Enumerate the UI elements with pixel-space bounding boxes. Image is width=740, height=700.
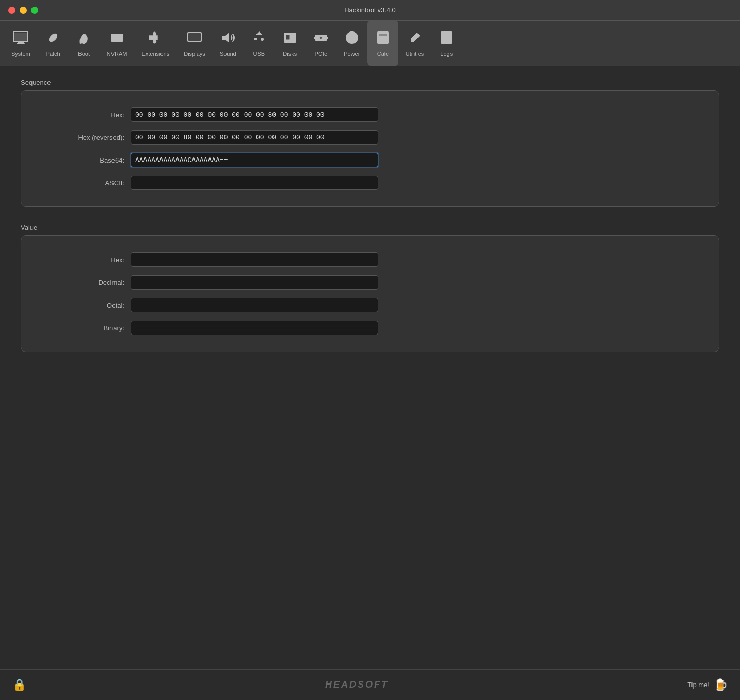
sound-icon <box>220 29 236 49</box>
toolbar-item-disks[interactable]: Disks <box>275 21 305 66</box>
toolbar-item-extensions[interactable]: Extensions <box>134 21 176 66</box>
svg-point-4 <box>47 32 59 44</box>
nvram-label: NVRAM <box>107 51 127 57</box>
pcie-icon <box>313 29 329 49</box>
svg-point-19 <box>261 38 264 41</box>
toolbar-item-displays[interactable]: Displays <box>176 21 213 66</box>
logs-icon <box>438 29 455 49</box>
nvram-icon <box>109 29 125 49</box>
val-hex-label: Hex: <box>42 256 124 264</box>
usb-icon <box>251 29 267 49</box>
window-title: Hackintool v3.4.0 <box>344 6 396 14</box>
val-decimal-row: Decimal: <box>42 275 698 290</box>
window-controls[interactable] <box>8 7 38 14</box>
hex-reversed-row: Hex (reversed): <box>42 130 698 145</box>
svg-point-33 <box>385 39 387 40</box>
svg-point-32 <box>382 39 383 40</box>
beer-icon: 🍺 <box>714 678 728 692</box>
svg-point-27 <box>319 36 323 39</box>
power-icon <box>344 29 360 49</box>
footer: 🔒 HEADSOFT Tip me! 🍺 <box>0 669 740 700</box>
svg-point-43 <box>442 42 444 44</box>
ascii-input[interactable] <box>131 176 378 190</box>
pcie-label: PCIe <box>315 51 327 57</box>
brand-logo: HEADSOFT <box>325 679 389 690</box>
svg-point-41 <box>442 38 444 40</box>
base64-label: Base64: <box>42 156 124 164</box>
svg-rect-18 <box>254 38 257 40</box>
maximize-button[interactable] <box>31 7 38 14</box>
toolbar-item-calc[interactable]: Calc <box>367 21 398 66</box>
ascii-row: ASCII: <box>42 176 698 190</box>
calc-icon <box>375 29 391 49</box>
value-section-label: Value <box>21 224 719 231</box>
val-binary-label: Binary: <box>42 324 124 332</box>
extensions-label: Extensions <box>141 51 169 57</box>
hex-input[interactable] <box>131 107 378 122</box>
svg-rect-2 <box>18 42 24 43</box>
close-button[interactable] <box>8 7 15 14</box>
toolbar-item-system[interactable]: System <box>4 21 38 66</box>
svg-rect-1 <box>14 33 27 41</box>
disks-label: Disks <box>283 51 297 57</box>
lock-icon: 🔒 <box>12 678 26 692</box>
base64-input[interactable] <box>131 153 378 167</box>
val-hex-input[interactable] <box>131 252 378 267</box>
val-octal-input[interactable] <box>131 298 378 312</box>
sequence-box: Hex: Hex (reversed): Base64: ASCII: <box>21 90 719 207</box>
svg-rect-10 <box>119 36 121 40</box>
val-decimal-input[interactable] <box>131 275 378 290</box>
val-decimal-label: Decimal: <box>42 279 124 287</box>
svg-rect-9 <box>116 36 118 40</box>
svg-rect-25 <box>314 37 316 39</box>
titlebar: Hackintool v3.4.0 <box>0 0 740 21</box>
val-octal-row: Octal: <box>42 298 698 312</box>
svg-rect-21 <box>286 35 290 40</box>
base64-row: Base64: <box>42 153 698 167</box>
patch-icon <box>45 29 61 49</box>
svg-point-34 <box>379 41 380 43</box>
calc-label: Calc <box>377 51 389 57</box>
val-hex-row: Hex: <box>42 252 698 267</box>
toolbar-item-sound[interactable]: Sound <box>213 21 244 66</box>
minimize-button[interactable] <box>20 7 27 14</box>
sound-label: Sound <box>220 51 236 57</box>
toolbar-item-pcie[interactable]: PCIe <box>305 21 336 66</box>
svg-point-35 <box>382 41 383 43</box>
hex-reversed-label: Hex (reversed): <box>42 134 124 141</box>
disks-icon <box>282 29 298 49</box>
displays-label: Displays <box>184 51 205 57</box>
svg-marker-15 <box>222 33 229 43</box>
hex-reversed-input[interactable] <box>131 130 378 145</box>
svg-rect-26 <box>326 37 328 39</box>
tip-label: Tip me! <box>687 681 710 689</box>
hex-label: Hex: <box>42 111 124 119</box>
displays-icon <box>186 29 203 49</box>
val-octal-label: Octal: <box>42 301 124 309</box>
hex-row: Hex: <box>42 107 698 122</box>
val-binary-row: Binary: <box>42 321 698 335</box>
toolbar-item-utilities[interactable]: Utilities <box>398 21 431 66</box>
boot-icon <box>76 29 92 49</box>
ascii-label: ASCII: <box>42 179 124 187</box>
toolbar-item-boot[interactable]: Boot <box>69 21 100 66</box>
svg-point-31 <box>379 39 380 40</box>
toolbar-item-nvram[interactable]: NVRAM <box>100 21 135 66</box>
utilities-icon <box>407 29 423 49</box>
toolbar-item-usb[interactable]: USB <box>244 21 275 66</box>
logs-label: Logs <box>440 51 453 57</box>
svg-rect-12 <box>188 33 201 41</box>
utilities-label: Utilities <box>406 51 424 57</box>
toolbar-item-logs[interactable]: Logs <box>431 21 462 66</box>
system-icon <box>12 29 29 49</box>
value-section: Value Hex: Decimal: Octal: Binary: <box>21 224 719 352</box>
toolbar-item-power[interactable]: Power <box>336 21 367 66</box>
toolbar: System Patch Boot <box>0 21 740 66</box>
toolbar-item-patch[interactable]: Patch <box>38 21 69 66</box>
tip-section[interactable]: Tip me! 🍺 <box>687 678 728 692</box>
svg-rect-30 <box>379 34 387 36</box>
svg-rect-38 <box>441 31 452 44</box>
val-binary-input[interactable] <box>131 321 378 335</box>
svg-point-22 <box>292 40 294 42</box>
value-box: Hex: Decimal: Octal: Binary: <box>21 235 719 352</box>
